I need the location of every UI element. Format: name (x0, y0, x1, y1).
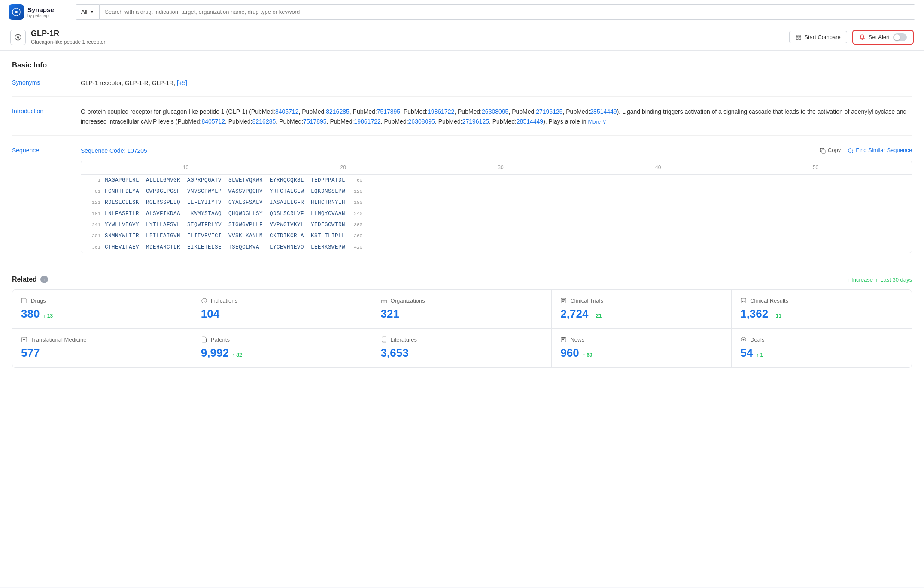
synonyms-row: Synonyms GLP-1 receptor, GLP-1-R, GLP-1R… (12, 78, 912, 97)
seq-line-7: 361 CTHEVIFAEVMDEHARCTLREIKLETELSETSEQCL… (81, 242, 912, 253)
svg-line-10 (852, 152, 853, 153)
pubmed-link-14[interactable]: 28514449 (517, 118, 543, 125)
related-item-count: 2,724 (560, 307, 588, 321)
entity-bar: GLP-1R Glucagon-like peptide 1 receptor … (0, 24, 924, 51)
sequence-actions: Copy Find Similar Sequence (820, 146, 912, 155)
related-item-label: Drugs (31, 297, 46, 304)
pubmed-link-5[interactable]: 26308095 (482, 108, 508, 115)
related-item-count: 380 (21, 307, 40, 321)
toggle-knob (894, 34, 900, 40)
alert-toggle[interactable] (893, 33, 907, 41)
related-item-count: 3,653 (381, 346, 409, 360)
related-item-label: Clinical Trials (570, 297, 603, 304)
seq-line-1: 1 MAGAPGPLRLALLLLGMVGRAGPRPQGATVSLWETVQK… (81, 175, 912, 186)
related-item-header: Translational Medicine (21, 336, 183, 343)
related-item-drugs[interactable]: Drugs 380 13 (12, 290, 192, 329)
related-item-label: Literatures (391, 336, 417, 343)
related-item-label: News (570, 336, 584, 343)
start-compare-button[interactable]: Start Compare (789, 31, 847, 43)
pubmed-link-4[interactable]: 19861722 (428, 108, 454, 115)
pubmed-link-10[interactable]: 7517895 (303, 118, 327, 125)
related-grid: Drugs 380 13 Indications 104 Organizatio… (12, 289, 912, 368)
pubmed-link-12[interactable]: 26308095 (408, 118, 435, 125)
svg-point-3 (18, 36, 19, 38)
related-item-count: 104 (201, 307, 219, 321)
svg-rect-12 (381, 300, 386, 303)
sequence-code-link[interactable]: Sequence Code: 107205 (81, 146, 147, 155)
pubmed-link-13[interactable]: 27196125 (462, 118, 489, 125)
intro-more-link[interactable]: More ∨ (588, 118, 606, 125)
compare-icon (796, 34, 802, 40)
set-alert-button[interactable]: Set Alert (852, 30, 914, 45)
pubmed-link-8[interactable]: 8405712 (201, 118, 225, 125)
org-icon (381, 297, 387, 304)
increase-badge: 13 (43, 313, 53, 319)
start-compare-label: Start Compare (804, 34, 841, 40)
synonyms-text: GLP-1 receptor, GLP-1-R, GLP-1R, (81, 79, 175, 86)
related-item-patents[interactable]: Patents 9,992 82 (192, 329, 372, 367)
related-item-deals[interactable]: Deals 54 1 (732, 329, 912, 367)
find-similar-label[interactable]: Find Similar Sequence (856, 146, 912, 155)
search-type-label: All (81, 9, 87, 15)
pubmed-link-6[interactable]: 27196125 (536, 108, 562, 115)
copy-label: Copy (828, 146, 841, 155)
related-item-organizations[interactable]: Organizations 321 (372, 290, 552, 329)
related-item-header: Clinical Trials (560, 297, 723, 304)
related-item-header: Patents (201, 336, 363, 343)
sequence-value: Sequence Code: 107205 Copy Find Similar … (81, 146, 912, 254)
pubmed-link-2[interactable]: 8216285 (326, 108, 350, 115)
related-item-count: 321 (381, 307, 399, 321)
find-similar-button[interactable]: Find Similar Sequence (848, 146, 912, 155)
related-item-label: Organizations (391, 297, 425, 304)
news-icon (560, 336, 567, 343)
related-item-label: Deals (750, 336, 764, 343)
entity-name: GLP-1R (31, 29, 105, 38)
related-item-indications[interactable]: Indications 104 (192, 290, 372, 329)
related-item-literatures[interactable]: Literatures 3,653 (372, 329, 552, 367)
sequence-scroll[interactable]: 1 MAGAPGPLRLALLLLGMVGRAGPRPQGATVSLWETVQK… (81, 175, 912, 253)
entity-info: GLP-1R Glucagon-like peptide 1 receptor (31, 29, 105, 45)
increase-badge: 21 (592, 313, 602, 319)
related-item-news[interactable]: News 960 69 (552, 329, 732, 367)
svg-rect-8 (822, 150, 825, 153)
search-type-dropdown[interactable]: All ▼ (76, 4, 99, 20)
entity-subtitle: Glucagon-like peptide 1 receptor (31, 39, 105, 45)
seq-line-3: 121 RDLSECEESKRGERSSPEEQLLFLYIIYTVGYALSF… (81, 197, 912, 208)
copy-button[interactable]: Copy (820, 146, 841, 155)
pubmed-link-3[interactable]: 7517895 (377, 108, 401, 115)
related-item-header: Indications (201, 297, 363, 304)
related-item-clinical-results[interactable]: Clinical Results 1,362 11 (732, 290, 912, 329)
svg-rect-6 (796, 38, 798, 39)
sequence-header: Sequence Code: 107205 Copy Find Similar … (81, 146, 912, 155)
pubmed-link-9[interactable]: 8216285 (252, 118, 276, 125)
related-item-clinical-trials[interactable]: Clinical Trials 2,724 21 (552, 290, 732, 329)
copy-icon (820, 148, 826, 154)
synonyms-more-link[interactable]: [+5] (177, 79, 187, 86)
logo: Synapse by patsnap (9, 4, 69, 20)
related-item-count: 54 (740, 346, 753, 360)
search-input[interactable] (105, 9, 910, 15)
related-item-translational-medicine[interactable]: Translational Medicine 577 (12, 329, 192, 367)
related-item-label: Translational Medicine (31, 336, 87, 343)
drug-icon (21, 297, 27, 304)
svg-rect-13 (561, 298, 566, 303)
increase-badge: 11 (772, 313, 781, 319)
pubmed-link-11[interactable]: 19861722 (354, 118, 380, 125)
increase-badge: 82 (232, 352, 242, 358)
introduction-row: Introduction G-protein coupled receptor … (12, 107, 912, 135)
entity-actions: Start Compare Set Alert (789, 30, 914, 45)
find-similar-icon (848, 148, 854, 154)
top-header: Synapse by patsnap All ▼ (0, 0, 924, 24)
related-header: Related i ↑ Increase in Last 30 days (12, 276, 912, 283)
related-item-header: Literatures (381, 336, 543, 343)
sequence-row: Sequence Sequence Code: 107205 Copy Find… (12, 146, 912, 262)
logo-name: Synapse (27, 6, 54, 13)
related-item-count: 1,362 (740, 307, 768, 321)
pubmed-link-1[interactable]: 8405712 (275, 108, 299, 115)
sequence-label: Sequence (12, 146, 81, 154)
pubmed-link-7[interactable]: 28514449 (590, 108, 617, 115)
svg-point-1 (15, 11, 18, 13)
indication-icon (201, 297, 207, 304)
related-title-area: Related i (12, 276, 48, 283)
svg-rect-7 (799, 38, 801, 39)
